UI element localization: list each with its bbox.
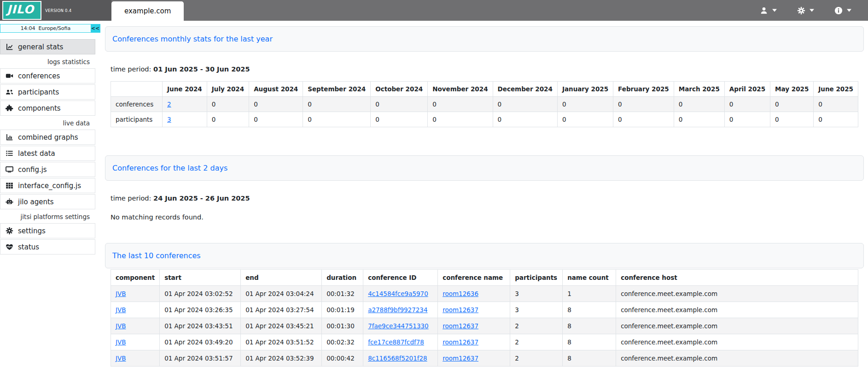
conference-id-link[interactable]: 8c116568f5201f28	[368, 355, 427, 362]
conference-id-link[interactable]: a2788f9bf9927234	[368, 306, 427, 314]
monthly-cell: 0	[303, 97, 371, 112]
sidebar-item-status[interactable]: status	[0, 239, 95, 255]
sidebar-item-label: latest data	[18, 149, 55, 158]
sidebar-item-settings[interactable]: settings	[0, 223, 95, 238]
last10-title: The last 10 conferences	[112, 251, 201, 260]
conference-name-link[interactable]: room12637	[443, 355, 478, 362]
monthly-cell: 0	[493, 112, 557, 127]
monthly-cell: 0	[428, 112, 493, 127]
conference-id-cell: a2788f9bf9927234	[363, 302, 438, 318]
monthly-stats-title: Conferences monthly stats for the last y…	[112, 35, 273, 43]
table-row-conferences: conferences2000000000000	[111, 97, 858, 112]
video-icon	[6, 72, 13, 80]
caret-down-icon	[810, 9, 814, 12]
last10-table-wrap: componentstartenddurationconference IDco…	[111, 269, 858, 367]
name-count-cell: 8	[563, 302, 616, 318]
settings-menu[interactable]	[797, 6, 814, 15]
monthly-col-header: August 2024	[249, 82, 303, 97]
last10-col-header: start	[160, 270, 241, 286]
duration-cell: 00:01:19	[322, 302, 363, 318]
component-link[interactable]: JVB	[116, 290, 126, 297]
participants-cell: 2	[510, 350, 563, 367]
clock-timezone: Europe/Sofia	[38, 25, 70, 31]
info-menu[interactable]	[834, 6, 851, 15]
user-menu[interactable]	[760, 6, 777, 15]
end-cell: 01 Apr 2024 03:04:24	[241, 286, 322, 302]
component-cell: JVB	[111, 318, 160, 334]
monthly-cell: 0	[724, 97, 770, 112]
component-link[interactable]: JVB	[116, 355, 126, 362]
monthly-col-header: July 2024	[207, 82, 249, 97]
sidebar-section-label-jitsi-platforms-settings: jitsi platforms settings	[0, 210, 95, 223]
monthly-cell: 0	[207, 97, 249, 112]
monthly-col-header: June 2024	[163, 82, 207, 97]
name-count-cell: 8	[563, 350, 616, 367]
monthly-cell: 3	[163, 112, 207, 127]
conference-id-link[interactable]: fce17ce887fcdf78	[368, 338, 424, 346]
monthly-cell: 0	[613, 97, 674, 112]
participants-cell: 3	[510, 286, 563, 302]
monthly-cell: 0	[674, 97, 724, 112]
conference-name-cell: room12636	[438, 286, 510, 302]
sidebar-item-components[interactable]: components	[0, 101, 95, 116]
monthly-col-header: October 2024	[371, 82, 428, 97]
last10-table: componentstartenddurationconference IDco…	[111, 269, 858, 367]
sidebar-item-label: status	[18, 243, 39, 251]
recent-conferences-title: Conferences for the last 2 days	[112, 164, 227, 172]
chart-line-icon	[6, 43, 13, 51]
sidebar-item-participants[interactable]: participants	[0, 84, 95, 100]
sidebar-item-general-stats[interactable]: general stats	[0, 39, 95, 54]
participants-cell: 2	[510, 334, 563, 350]
heart-pulse-icon	[6, 243, 13, 251]
component-link[interactable]: JVB	[116, 306, 126, 314]
monthly-col-header: January 2025	[557, 82, 613, 97]
time-period-value: 01 Jun 2025 - 30 Jun 2025	[153, 65, 250, 73]
sidebar-collapse-button[interactable]: <<	[91, 24, 100, 32]
conference-name-link[interactable]: room12637	[443, 338, 478, 346]
caret-down-icon	[847, 9, 851, 12]
sidebar-item-conferences[interactable]: conferences	[0, 68, 95, 83]
monthly-cell: 0	[613, 112, 674, 127]
monthly-cell: 0	[493, 97, 557, 112]
monthly-cell: 0	[557, 97, 613, 112]
monthly-cell: 0	[557, 112, 613, 127]
platform-tab-example-com[interactable]: example.com	[111, 1, 184, 21]
component-cell: JVB	[111, 334, 160, 350]
participants-cell: 3	[510, 302, 563, 318]
end-cell: 01 Apr 2024 03:51:52	[241, 334, 322, 350]
conference-name-link[interactable]: room12636	[443, 290, 478, 297]
sidebar-item-combined-graphs[interactable]: combined graphs	[0, 130, 95, 145]
conferences-count-link[interactable]: 2	[167, 101, 171, 108]
sidebar-item-label: components	[18, 104, 61, 112]
participants-count-link[interactable]: 3	[167, 116, 171, 123]
conference-id-link[interactable]: 7fae9ce344751330	[368, 322, 429, 330]
main-content: Conferences monthly stats for the last y…	[100, 21, 868, 373]
start-cell: 01 Apr 2024 03:49:20	[160, 334, 241, 350]
monthly-cell: 0	[371, 97, 428, 112]
list-icon	[6, 149, 13, 157]
conference-id-link[interactable]: 4c14584fce9a5970	[368, 290, 428, 297]
component-link[interactable]: JVB	[116, 322, 126, 330]
end-cell: 01 Apr 2024 03:45:21	[241, 318, 322, 334]
table-cells-icon	[6, 182, 13, 189]
conference-id-cell: 7fae9ce344751330	[363, 318, 438, 334]
start-cell: 01 Apr 2024 03:26:35	[160, 302, 241, 318]
conference-name-link[interactable]: room12637	[443, 306, 478, 314]
monthly-cell: 0	[371, 112, 428, 127]
recent-conferences-card-header: Conferences for the last 2 days	[105, 155, 864, 181]
monthly-col-header: April 2025	[724, 82, 770, 97]
conference-name-link[interactable]: room12637	[443, 322, 478, 330]
sidebar-item-latest-data[interactable]: latest data	[0, 146, 95, 161]
monthly-cell: 0	[674, 112, 724, 127]
sidebar-item-config-js[interactable]: config.js	[0, 162, 95, 177]
component-link[interactable]: JVB	[116, 338, 126, 346]
last10-table-head-row: componentstartenddurationconference IDco…	[111, 270, 858, 286]
caret-down-icon	[772, 9, 777, 12]
host-cell: conference.meet.example.com	[616, 286, 858, 302]
component-cell: JVB	[111, 302, 160, 318]
sidebar-item-interface-config-js[interactable]: interface_config.js	[0, 178, 95, 193]
version-label: VERSION 0.4	[45, 8, 72, 13]
host-cell: conference.meet.example.com	[616, 350, 858, 367]
sidebar-item-jilo-agents[interactable]: jilo agents	[0, 194, 95, 209]
table-row: JVB01 Apr 2024 03:43:5101 Apr 2024 03:45…	[111, 318, 858, 334]
